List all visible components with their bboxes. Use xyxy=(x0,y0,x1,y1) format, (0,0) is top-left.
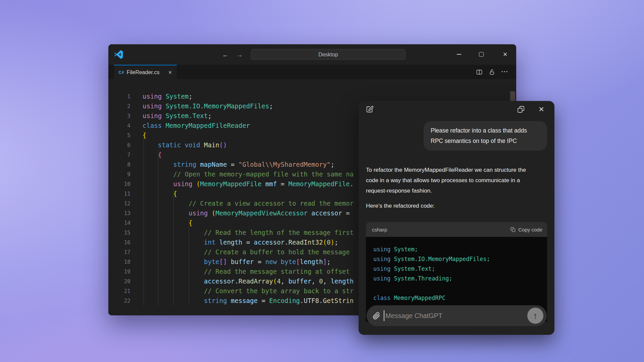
close-icon: ✕ xyxy=(503,51,507,58)
tab-filereader[interactable]: C# FileReader.cs ✕ xyxy=(114,65,177,79)
code-line: using System.Threading; xyxy=(373,274,547,283)
close-button[interactable]: ✕ xyxy=(497,47,513,62)
line-number: 16 xyxy=(108,238,130,247)
code-line: using System.IO.MemoryMappedFiles; xyxy=(373,254,547,264)
send-arrow-icon: ↑ xyxy=(533,311,538,320)
split-editor-icon[interactable] xyxy=(475,68,483,76)
code-line xyxy=(373,283,547,293)
desktop-background: ← → Desktop ✕ C# FileReader.cs ✕ xyxy=(0,0,644,362)
line-number: 7 xyxy=(108,150,130,160)
line-number: 13 xyxy=(108,208,130,218)
tab-bar: C# FileReader.cs ✕ ··· xyxy=(108,65,516,79)
chatgpt-panel: ✕ Please refactor into a class that adds… xyxy=(359,101,554,335)
minimize-button[interactable] xyxy=(451,47,467,62)
code-line: class MemoryMappedRPC xyxy=(373,293,547,303)
maximize-button[interactable] xyxy=(474,47,489,62)
editor-actions: ··· xyxy=(475,65,516,79)
message-input[interactable]: Message ChatGPT ↑ xyxy=(367,305,547,326)
assistant-message: To refactor the MemoryMappedFileReader w… xyxy=(366,165,535,196)
line-number: 11 xyxy=(108,189,130,199)
copy-code-button[interactable]: Copy code xyxy=(510,227,542,232)
input-placeholder: Message ChatGPT xyxy=(385,312,442,320)
code-line: 1using System; xyxy=(108,92,516,101)
code-language-label: csharp xyxy=(372,227,510,232)
line-number: 18 xyxy=(108,257,130,267)
code-line: using System.Text; xyxy=(373,264,547,274)
search-box[interactable]: Desktop xyxy=(251,49,406,60)
line-number: 8 xyxy=(108,160,130,169)
code-line: using System; xyxy=(373,245,547,254)
line-number: 6 xyxy=(108,140,130,150)
csharp-file-icon: C# xyxy=(118,70,124,75)
forward-icon[interactable]: → xyxy=(235,50,244,59)
lock-icon[interactable] xyxy=(488,68,496,76)
more-actions-icon[interactable]: ··· xyxy=(501,68,509,76)
line-number: 10 xyxy=(108,179,130,189)
line-number: 17 xyxy=(108,247,130,257)
line-number: 2 xyxy=(108,101,130,111)
tab-close-icon[interactable]: ✕ xyxy=(167,69,173,76)
user-message-bubble: Please refactor into a class that adds R… xyxy=(424,121,547,151)
tab-label: FileReader.cs xyxy=(127,69,167,75)
line-number: 14 xyxy=(108,218,130,228)
vscode-logo-icon xyxy=(114,50,123,59)
assistant-message-lead: Here’s the refactored code: xyxy=(366,201,540,211)
line-number: 9 xyxy=(108,169,130,179)
line-number: 3 xyxy=(108,111,130,121)
popout-icon[interactable] xyxy=(516,104,526,114)
back-icon[interactable]: ← xyxy=(221,50,230,59)
chat-close-icon[interactable]: ✕ xyxy=(536,104,547,115)
attach-icon[interactable] xyxy=(373,312,380,320)
send-button[interactable]: ↑ xyxy=(527,308,543,324)
line-number: 12 xyxy=(108,199,130,208)
copy-icon xyxy=(510,227,516,232)
line-number: 21 xyxy=(108,286,130,296)
close-glyph: ✕ xyxy=(538,105,544,113)
line-number: 22 xyxy=(108,296,130,306)
maximize-icon xyxy=(479,52,484,57)
text-cursor xyxy=(384,310,384,321)
line-number: 15 xyxy=(108,228,130,238)
line-number: 5 xyxy=(108,131,130,140)
new-chat-icon[interactable] xyxy=(365,104,375,114)
line-number: 20 xyxy=(108,276,130,286)
title-bar: ← → Desktop ✕ xyxy=(108,44,516,65)
copy-code-label: Copy code xyxy=(518,227,542,232)
minimize-icon xyxy=(457,54,461,55)
ellipsis-icon: ··· xyxy=(501,68,508,75)
line-number: 1 xyxy=(108,92,130,101)
line-number: 4 xyxy=(108,121,130,131)
code-block-header: csharp Copy code xyxy=(366,222,547,237)
line-number: 19 xyxy=(108,267,130,276)
